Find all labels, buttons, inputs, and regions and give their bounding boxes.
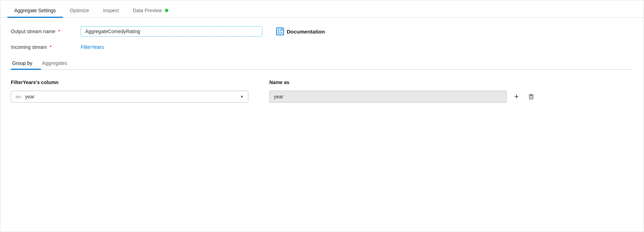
tab-label-inspect: Inspect <box>103 8 119 13</box>
documentation-link[interactable]: Documentation <box>276 28 325 35</box>
tab-data-preview[interactable]: Data Preview <box>126 3 175 18</box>
tab-label-data-preview: Data Preview <box>133 8 162 13</box>
delete-row-button[interactable] <box>526 92 536 102</box>
output-stream-label: Output stream name * <box>11 29 81 34</box>
incoming-stream-required-star: * <box>50 44 51 50</box>
inner-tab-aggregates[interactable]: Aggregates <box>41 58 76 70</box>
filter-years-column-header: FilterYears's column <box>11 80 248 85</box>
tab-aggregate-settings[interactable]: Aggregate Settings <box>7 3 63 18</box>
tab-label-optimize: Optimize <box>70 8 89 13</box>
add-row-button[interactable]: + <box>512 92 521 102</box>
output-stream-required-star: * <box>58 29 60 34</box>
data-preview-status-dot <box>165 9 168 12</box>
svg-line-0 <box>280 29 282 32</box>
filter-years-column-section: FilterYears's column abc year ▼ <box>11 80 248 103</box>
inner-tab-label-aggregates: Aggregates <box>42 60 67 66</box>
name-as-row: + <box>269 91 536 103</box>
svg-rect-1 <box>529 96 533 99</box>
tab-inspect[interactable]: Inspect <box>96 3 126 18</box>
dropdown-selected-value: year <box>25 94 240 99</box>
documentation-label: Documentation <box>287 29 325 35</box>
tab-optimize[interactable]: Optimize <box>63 3 96 18</box>
incoming-stream-row: Incoming stream * FilterYears <box>11 44 633 50</box>
name-as-section: Name as + <box>269 80 536 103</box>
inner-tab-label-group-by: Group by <box>12 60 32 66</box>
dropdown-arrow-icon: ▼ <box>240 95 244 99</box>
name-as-header: Name as <box>269 80 536 85</box>
tab-label-aggregate-settings: Aggregate Settings <box>14 8 56 13</box>
inner-tab-bar: Group by Aggregates <box>11 58 633 70</box>
inner-tab-group-by[interactable]: Group by <box>11 58 41 70</box>
external-link-icon <box>276 28 284 35</box>
column-dropdown[interactable]: abc year ▼ <box>11 91 248 103</box>
output-stream-row: Output stream name * Documentation <box>11 26 633 37</box>
group-by-section: FilterYears's column abc year ▼ Name as … <box>11 80 633 103</box>
main-content: Output stream name * Documentation Incom… <box>0 18 644 111</box>
name-as-input[interactable] <box>269 91 507 103</box>
tab-bar: Aggregate Settings Optimize Inspect Data… <box>0 0 644 18</box>
incoming-stream-value[interactable]: FilterYears <box>81 44 104 50</box>
app-container: Aggregate Settings Optimize Inspect Data… <box>0 0 644 232</box>
abc-badge: abc <box>15 95 22 99</box>
output-stream-name-input[interactable] <box>81 26 262 37</box>
incoming-stream-label: Incoming stream * <box>11 44 81 50</box>
